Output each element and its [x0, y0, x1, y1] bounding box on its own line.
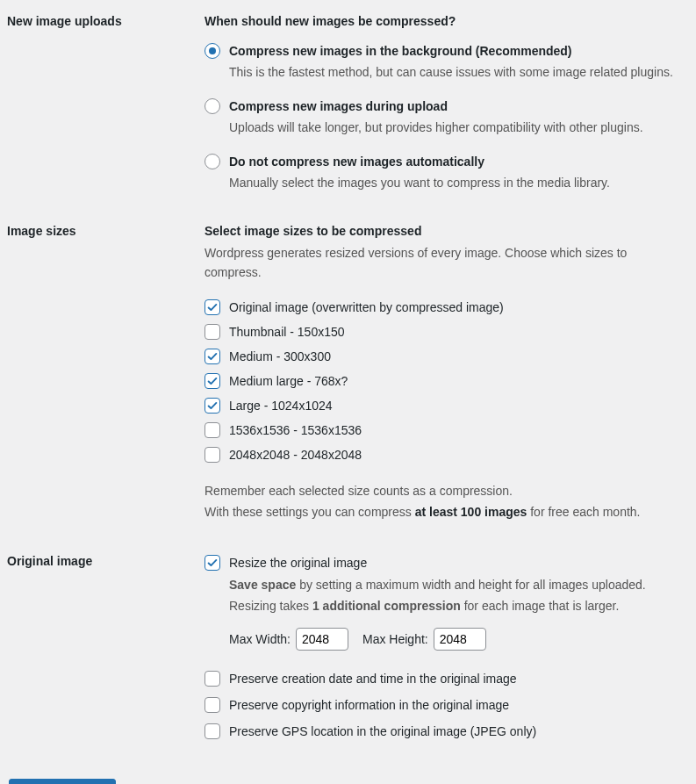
check-icon	[206, 399, 219, 412]
checkbox-size-0[interactable]	[204, 299, 220, 315]
size-label-5: 1536x1536 - 1536x1536	[229, 421, 362, 439]
radio-compress-background[interactable]	[204, 43, 220, 59]
radio-compress-background-desc: This is the fastest method, but can caus…	[229, 63, 680, 82]
maxw-input[interactable]	[296, 628, 348, 651]
checkbox-resize-original[interactable]	[204, 555, 220, 571]
radio-no-compress[interactable]	[204, 154, 220, 169]
preserve-label-1: Preserve copyright information in the or…	[229, 696, 509, 714]
uploads-question: When should new images be compressed?	[204, 14, 680, 28]
sizes-sub: Wordpress generates resized versions of …	[204, 243, 680, 283]
save-changes-button[interactable]: Save Changes	[9, 779, 116, 784]
resize-desc: Save space by setting a maximum width an…	[229, 575, 680, 617]
checkbox-size-2[interactable]	[204, 349, 220, 364]
size-label-0: Original image (overwritten by compresse…	[229, 298, 504, 316]
checkbox-size-3[interactable]	[204, 373, 220, 389]
radio-compress-upload[interactable]	[204, 98, 220, 114]
check-icon	[206, 375, 219, 387]
resize-original-label: Resize the original image	[229, 554, 367, 572]
radio-no-compress-label: Do not compress new images automatically	[229, 153, 484, 170]
size-label-1: Thumbnail - 150x150	[229, 323, 345, 341]
check-icon	[206, 350, 219, 363]
checkbox-size-5[interactable]	[204, 422, 220, 438]
size-label-2: Medium - 300x300	[229, 348, 331, 365]
radio-no-compress-desc: Manually select the images you want to c…	[229, 174, 680, 192]
checkbox-preserve-2[interactable]	[204, 723, 220, 739]
maxw-label: Max Width:	[229, 632, 291, 646]
check-icon	[206, 557, 219, 569]
remember-line1: Remember each selected size counts as a …	[204, 481, 680, 502]
checkbox-size-1[interactable]	[204, 324, 220, 340]
checkbox-preserve-0[interactable]	[204, 671, 220, 687]
radio-compress-background-label: Compress new images in the background (R…	[229, 42, 572, 60]
uploads-heading: New image uploads	[7, 7, 196, 217]
checkbox-size-6[interactable]	[204, 447, 220, 463]
checkbox-preserve-1[interactable]	[204, 697, 220, 713]
checkbox-size-4[interactable]	[204, 398, 220, 414]
radio-compress-upload-label: Compress new images during upload	[229, 97, 448, 115]
remember-line2: With these settings you can compress at …	[204, 502, 680, 523]
radio-compress-upload-desc: Uploads will take longer, but provides h…	[229, 119, 680, 137]
sizes-title: Select image sizes to be compressed	[204, 224, 680, 238]
original-heading: Original image	[7, 547, 196, 773]
size-label-3: Medium large - 768x?	[229, 372, 348, 390]
maxh-label: Max Height:	[362, 632, 428, 646]
preserve-label-0: Preserve creation date and time in the o…	[229, 670, 517, 687]
size-label-4: Large - 1024x1024	[229, 397, 333, 414]
sizes-heading: Image sizes	[7, 217, 196, 547]
check-icon	[206, 301, 219, 313]
size-label-6: 2048x2048 - 2048x2048	[229, 446, 362, 464]
maxh-input[interactable]	[434, 628, 486, 651]
preserve-label-2: Preserve GPS location in the original im…	[229, 723, 536, 740]
